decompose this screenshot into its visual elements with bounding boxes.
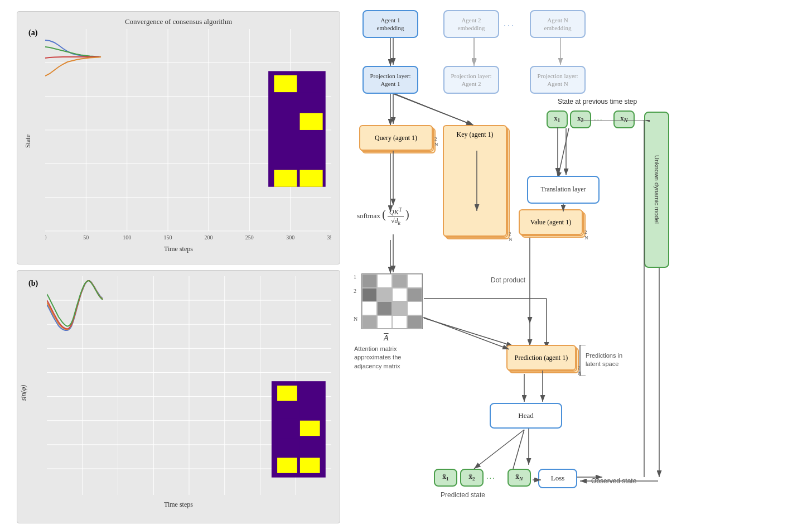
predicted-state-label: Predicted state bbox=[441, 491, 485, 499]
p1-to-q-svg bbox=[390, 94, 396, 127]
a1-to-p1-svg bbox=[390, 38, 396, 68]
observed-state-label: Observed state bbox=[591, 477, 636, 485]
head-box: Head bbox=[490, 403, 562, 429]
projN-box: Projection layer:Agent N bbox=[530, 66, 586, 94]
proj1-box: Projection layer:Agent 1 bbox=[362, 66, 418, 94]
svg-text:150: 150 bbox=[164, 234, 172, 239]
unknown-dynamic-box: Unknown dynamic model bbox=[644, 112, 669, 268]
svg-text:200: 200 bbox=[204, 234, 212, 239]
state-label: State at previous time step bbox=[558, 98, 637, 105]
x2-box: x2 bbox=[570, 110, 591, 128]
attention-matrix-desc: Attention matrixapproximates theadjacenc… bbox=[354, 345, 432, 371]
svg-text:0: 0 bbox=[45, 234, 47, 239]
agents-dots: ··· bbox=[504, 21, 515, 31]
svg-text:250: 250 bbox=[245, 234, 254, 239]
x2-label: x2 bbox=[578, 114, 584, 124]
query-to-softmax-svg bbox=[390, 151, 396, 209]
xstates-down-svg bbox=[563, 128, 569, 179]
agentN-embedding-label: Agent Nembedding bbox=[544, 16, 572, 32]
xhat-dots: ··· bbox=[486, 474, 496, 483]
svg-rect-34 bbox=[274, 132, 297, 149]
xhatN-box: x̂N bbox=[508, 469, 531, 487]
chart-b-svg: −1.00 −0.75 −0.50 −0.25 0.00 0.25 0.50 0… bbox=[47, 276, 331, 495]
xhat2-label: x̂2 bbox=[468, 473, 475, 483]
state-dots: ··· bbox=[594, 116, 603, 125]
a-hat-label: A bbox=[384, 334, 389, 343]
svg-rect-80 bbox=[277, 438, 297, 453]
agent2-embedding-box: Agent 2embedding bbox=[443, 10, 499, 38]
svg-rect-75 bbox=[300, 386, 320, 401]
chart-a-svg: 0 20 40 60 80 100 0 50 100 150 200 250 3… bbox=[45, 29, 331, 239]
aN-to-pN-svg bbox=[558, 38, 563, 68]
svg-rect-85 bbox=[300, 458, 320, 473]
predictions-latent-label: Predictions inlatent space bbox=[586, 352, 641, 369]
x1-label: x1 bbox=[554, 114, 560, 124]
chart-a-title: Convergence of consensus algorithm bbox=[26, 17, 331, 26]
agent2-embedding-label: Agent 2embedding bbox=[458, 16, 485, 32]
svg-line-89 bbox=[390, 92, 474, 126]
proj2-label: Projection layer:Agent 2 bbox=[451, 72, 491, 88]
x1-box: x1 bbox=[547, 110, 568, 128]
translation-box: Translation layer bbox=[527, 176, 600, 204]
loss-box: Loss bbox=[538, 469, 577, 488]
agent1-embedding-box: Agent 1embedding bbox=[362, 10, 418, 38]
svg-rect-36 bbox=[274, 151, 297, 168]
head-to-predicted-svg bbox=[526, 429, 531, 469]
svg-text:50: 50 bbox=[83, 234, 89, 239]
xhat1-box: x̂1 bbox=[434, 469, 457, 487]
svg-text:100: 100 bbox=[123, 234, 131, 239]
head-label: Head bbox=[518, 411, 533, 421]
svg-rect-31 bbox=[300, 94, 323, 111]
udm-loop-svg bbox=[656, 268, 662, 480]
svg-text:350: 350 bbox=[327, 234, 332, 239]
svg-rect-76 bbox=[277, 403, 297, 418]
svg-rect-38 bbox=[274, 170, 297, 187]
chart-b-x-axis: Time steps bbox=[164, 501, 193, 509]
svg-line-100 bbox=[513, 430, 524, 469]
pred-to-head-svg bbox=[540, 371, 545, 405]
x-to-translation-svg bbox=[549, 127, 566, 179]
chart-a: Convergence of consensus algorithm (a) S… bbox=[17, 11, 340, 264]
value-label: Value (agent 1) bbox=[530, 218, 571, 227]
svg-rect-32 bbox=[274, 113, 297, 130]
proj1-label: Projection layer:Agent 1 bbox=[370, 72, 410, 88]
translation-label: Translation layer bbox=[540, 185, 586, 194]
prediction-label: Prediction (agent 1) bbox=[515, 354, 568, 362]
left-panel: Convergence of consensus algorithm (a) S… bbox=[0, 0, 346, 529]
loss-label: Loss bbox=[551, 474, 565, 483]
svg-rect-29 bbox=[300, 75, 323, 92]
agent1-embedding-label: Agent 1embedding bbox=[377, 16, 404, 32]
dot-product-label: Dot product bbox=[491, 276, 525, 284]
chart-a-y-axis: State bbox=[24, 134, 32, 148]
chart-a-x-axis: Time steps bbox=[164, 245, 193, 253]
svg-rect-77 bbox=[300, 403, 320, 418]
svg-rect-30 bbox=[274, 94, 297, 111]
a2-to-p2-svg bbox=[471, 38, 477, 68]
xN-label: xN bbox=[620, 114, 627, 124]
chart-b: (b) sin(φ) Time steps bbox=[17, 270, 340, 523]
softmax-to-matrix-svg bbox=[390, 234, 396, 276]
p1-to-key-svg bbox=[390, 94, 477, 128]
svg-rect-28 bbox=[274, 75, 297, 92]
agentN-embedding-box: Agent Nembedding bbox=[530, 10, 586, 38]
attention-matrix: 1 2 N bbox=[361, 273, 423, 329]
xN-box: xN bbox=[613, 110, 635, 128]
projN-label: Projection layer:Agent N bbox=[537, 72, 578, 88]
svg-line-138 bbox=[393, 94, 473, 125]
proj2-box: Projection layer:Agent 2 bbox=[443, 66, 499, 94]
svg-text:300: 300 bbox=[286, 234, 294, 239]
matrix-to-pred-svg bbox=[423, 317, 512, 353]
softmax-formula: softmax ( QKT √dk ) bbox=[357, 206, 409, 226]
svg-rect-37 bbox=[300, 151, 323, 168]
unknown-dynamic-label: Unknown dynamic model bbox=[652, 156, 660, 224]
query-label: Query (agent 1) bbox=[375, 134, 417, 142]
svg-rect-81 bbox=[300, 438, 320, 453]
svg-line-92 bbox=[424, 318, 513, 346]
svg-rect-78 bbox=[277, 421, 297, 436]
svg-rect-79 bbox=[300, 421, 320, 436]
svg-line-97 bbox=[558, 128, 569, 179]
xhat2-box: x̂2 bbox=[460, 469, 484, 487]
key-label: Key (agent 1) bbox=[457, 131, 494, 139]
chart-b-y-axis: sin(φ) bbox=[20, 384, 28, 401]
xhatN-label: x̂N bbox=[515, 473, 523, 483]
